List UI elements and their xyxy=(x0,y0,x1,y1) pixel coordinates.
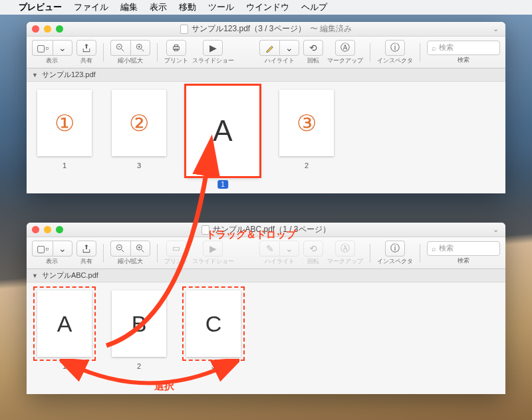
print-label: プリント xyxy=(164,56,188,65)
highlight-label: ハイライト xyxy=(265,56,295,65)
preview-window-2: サンプルABC.pdf（1 / 3ページ） ⌄ ▢▫ ⌄ 表示 共有 縮小/拡大… xyxy=(27,223,505,394)
disclosure-triangle-icon[interactable]: ▼ xyxy=(32,72,38,78)
markup-label: マークアップ xyxy=(327,257,363,266)
title-text: サンプル123.pdf（3 / 3ページ） xyxy=(192,23,305,35)
page-thumbnail[interactable]: ② xyxy=(112,90,166,156)
rotate-label: 回転 xyxy=(307,56,319,65)
inspector-label: インスペクタ xyxy=(377,257,413,266)
thumb-3[interactable]: ③ 2 xyxy=(279,90,334,169)
menu-help[interactable]: ヘルプ xyxy=(301,1,327,13)
sidebar-header[interactable]: ▼ サンプル123.pdf xyxy=(27,68,505,82)
toolbar: ▢▫ ⌄ 表示 共有 縮小/拡大 プリント ▶ スライドショー ✎ ⌄ ハイライ… xyxy=(27,237,505,269)
view-dropdown[interactable]: ⌄ xyxy=(53,40,72,56)
print-button[interactable] xyxy=(166,40,186,56)
maximize-button[interactable] xyxy=(56,25,63,33)
window-title: サンプル123.pdf（3 / 3ページ） 〜 編集済み xyxy=(180,23,352,35)
menu-view[interactable]: 表示 xyxy=(150,1,167,13)
thumb-b[interactable]: B 2 xyxy=(112,290,166,370)
menu-go[interactable]: 移動 xyxy=(179,1,196,13)
thumb-drop-target[interactable]: A 1 xyxy=(186,86,259,176)
annotation-select: 選択 xyxy=(154,380,174,393)
search-field[interactable]: ⌕ 検索 xyxy=(427,41,500,55)
drag-badge: 1 xyxy=(217,180,228,189)
title-status: 〜 編集済み xyxy=(310,23,352,35)
page-number: 2 xyxy=(137,362,141,370)
rotate-button[interactable]: ⟲ xyxy=(303,241,323,257)
slideshow-button[interactable]: ▶ xyxy=(203,40,223,56)
preview-window-1: サンプル123.pdf（3 / 3ページ） 〜 編集済み ⌄ ▢▫ ⌄ 表示 共… xyxy=(27,22,505,193)
view-mode-button[interactable]: ▢▫ xyxy=(32,241,53,257)
thumbnail-area: A 1 B 2 C 3 xyxy=(27,282,505,394)
menu-edit[interactable]: 編集 xyxy=(120,1,138,13)
zoom-in-button[interactable] xyxy=(130,40,150,56)
page-number: 2 xyxy=(305,161,309,169)
zoom-in-button[interactable] xyxy=(130,241,150,257)
zoom-out-button[interactable] xyxy=(110,241,130,257)
sidebar-title: サンプル123.pdf xyxy=(42,70,96,80)
rotate-label: 回転 xyxy=(307,257,319,266)
disclosure-triangle-icon[interactable]: ▼ xyxy=(32,272,38,279)
thumb-c[interactable]: C 3 xyxy=(186,290,241,370)
share-button[interactable] xyxy=(76,241,96,257)
page-thumbnail[interactable]: B xyxy=(112,290,166,357)
sidebar-header[interactable]: ▼ サンプルABC.pdf xyxy=(27,269,505,282)
app-menu[interactable]: プレビュー xyxy=(19,1,62,13)
rotate-button[interactable]: ⟲ xyxy=(303,40,323,56)
titlebar[interactable]: サンプル123.pdf（3 / 3ページ） 〜 編集済み ⌄ xyxy=(27,22,505,37)
zoom-label: 縮小/拡大 xyxy=(118,257,144,266)
highlight-dropdown[interactable]: ⌄ xyxy=(279,241,299,257)
traffic-lights xyxy=(32,25,63,33)
inspector-label: インスペクタ xyxy=(377,56,413,65)
print-label: プリント xyxy=(164,257,188,266)
markup-label: マークアップ xyxy=(327,56,363,65)
highlight-button[interactable]: ✎ xyxy=(259,241,279,257)
search-label: 検索 xyxy=(458,257,469,265)
view-label: 表示 xyxy=(46,257,58,266)
page-thumbnail[interactable]: A xyxy=(37,290,92,357)
inspector-button[interactable]: ⓘ xyxy=(385,40,405,56)
slideshow-button[interactable]: ▶ xyxy=(203,241,223,257)
page-thumbnail[interactable]: ③ xyxy=(279,90,334,156)
maximize-button[interactable] xyxy=(56,226,63,233)
page-thumbnail[interactable]: ① xyxy=(37,90,92,156)
print-button[interactable] xyxy=(166,241,186,257)
close-button[interactable] xyxy=(32,226,39,233)
search-field[interactable]: ⌕ 検索 xyxy=(427,241,500,256)
inspector-button[interactable]: ⓘ xyxy=(385,241,405,257)
thumb-a[interactable]: A 1 xyxy=(37,290,92,370)
share-button[interactable] xyxy=(76,40,96,56)
view-dropdown[interactable]: ⌄ xyxy=(53,241,72,257)
highlight-dropdown[interactable]: ⌄ xyxy=(279,40,299,56)
menu-file[interactable]: ファイル xyxy=(74,1,108,13)
svg-rect-3 xyxy=(174,45,178,47)
document-icon xyxy=(180,25,188,34)
view-mode-button[interactable]: ▢▫ xyxy=(32,40,53,56)
page-number: 1 xyxy=(63,362,66,370)
search-icon: ⌕ xyxy=(432,44,436,52)
page-number: 3 xyxy=(211,362,215,370)
menubar: プレビュー ファイル 編集 表示 移動 ツール ウインドウ ヘルプ xyxy=(0,0,532,15)
thumb-1[interactable]: ① 1 xyxy=(37,90,92,169)
slideshow-label: スライドショー xyxy=(192,257,234,266)
close-button[interactable] xyxy=(32,25,39,33)
toolbar: ▢▫ ⌄ 表示 共有 縮小/拡大 プリント ▶ スライドショー ⌄ ハイライト … xyxy=(27,37,505,68)
page-thumbnail-dragging[interactable]: A xyxy=(186,86,259,176)
page-thumbnail[interactable]: C xyxy=(186,290,241,357)
minimize-button[interactable] xyxy=(44,226,51,233)
menu-window[interactable]: ウインドウ xyxy=(246,1,289,13)
highlight-label: ハイライト xyxy=(265,257,295,266)
highlight-button[interactable] xyxy=(259,40,279,56)
chevron-down-icon[interactable]: ⌄ xyxy=(493,25,499,33)
traffic-lights xyxy=(32,226,63,233)
zoom-out-button[interactable] xyxy=(110,40,130,56)
search-placeholder: 検索 xyxy=(439,43,454,52)
menu-tools[interactable]: ツール xyxy=(208,1,234,13)
search-label: 検索 xyxy=(458,56,469,64)
view-label: 表示 xyxy=(46,56,58,65)
markup-button[interactable]: Ⓐ xyxy=(335,40,355,56)
svg-rect-7 xyxy=(174,247,180,250)
minimize-button[interactable] xyxy=(44,25,51,33)
chevron-down-icon[interactable]: ⌄ xyxy=(493,225,499,234)
markup-button[interactable]: Ⓐ xyxy=(335,241,355,257)
thumb-2[interactable]: ② 3 xyxy=(112,90,166,169)
